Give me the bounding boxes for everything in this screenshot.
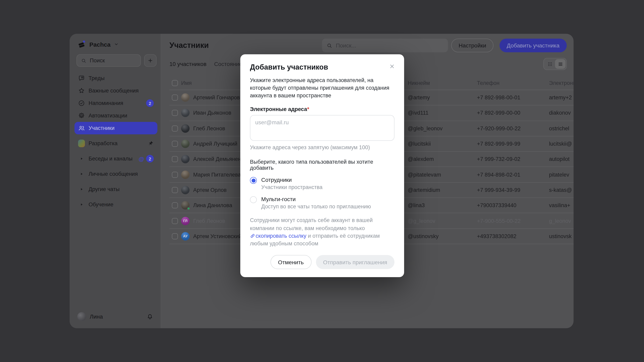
radio-unselected-icon[interactable] <box>250 196 257 203</box>
copy-link[interactable]: скопировать ссылку <box>250 233 306 239</box>
threads-icon <box>78 75 85 82</box>
member-name: Артем Орлов <box>193 187 226 193</box>
member-email: autopilot <box>549 156 574 162</box>
notifications-bell-icon[interactable] <box>146 313 153 320</box>
row-checkbox[interactable] <box>172 125 178 131</box>
sidebar-item-people-4[interactable]: Участники <box>74 122 158 134</box>
radio-selected-icon[interactable] <box>250 177 257 184</box>
grid-view-button[interactable] <box>544 59 555 69</box>
member-email: artemy+2 <box>549 94 574 100</box>
member-name: Алексей Демьяненк <box>193 156 243 162</box>
list-view-button[interactable] <box>555 59 566 69</box>
sidebar-search-input[interactable]: Поиск <box>76 54 141 67</box>
member-email: s-katas@ <box>549 187 574 193</box>
member-phone: +7 892-998-00-01 <box>477 94 549 100</box>
triangle-icon <box>78 155 85 162</box>
member-email: ostrichel <box>549 125 574 131</box>
email-hint: Укажите адреса через запятую (максимум 1… <box>250 145 394 151</box>
sidebar-item-label: Треды <box>88 75 105 81</box>
sidebar-item-triangle-6[interactable]: Беседы и каналы@2 <box>74 152 158 165</box>
copy-link-label: скопировать ссылку <box>256 233 306 239</box>
option-multi-guests[interactable]: Мульти-гости Доступ во все чаты только п… <box>250 196 394 210</box>
sidebar: Pachca Поиск ТредыВажные сообщенияНапоми… <box>70 34 161 328</box>
member-name: Артемий Гончаров <box>193 94 240 100</box>
row-checkbox[interactable] <box>172 218 178 224</box>
sidebar-item-threads-0[interactable]: Треды <box>74 72 158 84</box>
add-member-button[interactable]: Добавить участника <box>500 39 567 52</box>
row-checkbox[interactable] <box>172 187 178 193</box>
online-status-dot <box>187 207 190 210</box>
member-nickname: @ustinovsky <box>408 233 477 239</box>
sidebar-item-check-circle-2[interactable]: Напоминания2 <box>74 97 158 109</box>
option-employees[interactable]: Сотрудники Участники пространства <box>250 177 394 190</box>
link-icon <box>250 233 255 239</box>
sidebar-item-label: Напоминания <box>88 100 123 106</box>
row-checkbox[interactable] <box>172 110 178 116</box>
avatar: ГЛ <box>181 217 190 225</box>
sidebar-item-triangle-8[interactable]: Другие чаты <box>74 183 158 195</box>
avatar <box>181 155 190 163</box>
sidebar-item-workspace-avatar-5[interactable]: Разработка <box>74 137 158 150</box>
footnote-text-before: Сотрудники могут создать себе аккаунт в … <box>250 217 373 231</box>
avatar <box>181 201 190 210</box>
search-icon <box>81 58 86 63</box>
triangle-icon <box>78 186 85 193</box>
member-phone: +7 892-999-99-99 <box>477 141 549 147</box>
member-email: g_leonov <box>549 218 574 224</box>
sidebar-item-label: Важные сообщения <box>88 88 139 94</box>
row-checkbox[interactable] <box>172 233 178 239</box>
member-phone: +7-900-555-00-22 <box>477 218 549 224</box>
email-field-label: Электронные адреса* <box>250 106 394 112</box>
view-toggle <box>544 58 567 70</box>
sidebar-item-label: Разработка <box>88 140 118 146</box>
member-nickname: @gleb_leonov <box>408 125 477 131</box>
member-name: Артем Устиновский <box>193 233 242 239</box>
members-search[interactable] <box>322 39 448 52</box>
row-checkbox[interactable] <box>172 172 178 178</box>
members-search-input[interactable] <box>336 42 444 49</box>
workspace-switcher[interactable]: Pachca <box>70 34 160 49</box>
screen: Pachca Поиск ТредыВажные сообщенияНапоми… <box>0 0 644 362</box>
settings-button[interactable]: Настройки <box>452 39 494 52</box>
row-checkbox[interactable] <box>172 202 178 208</box>
create-new-button[interactable] <box>144 54 156 67</box>
mention-at-icon: @ <box>139 155 144 162</box>
unread-badge: 2 <box>146 155 154 162</box>
modal-footnote: Сотрудники могут создать себе аккаунт в … <box>250 217 394 248</box>
row-checkbox[interactable] <box>172 141 178 147</box>
sidebar-nav: ТредыВажные сообщенияНапоминания2Автомат… <box>74 72 158 211</box>
workspace-name: Pachca <box>89 41 110 48</box>
member-phone: +493738302082 <box>477 233 549 239</box>
sidebar-item-triangle-7[interactable]: Личные сообщения <box>74 168 158 180</box>
send-invitations-button[interactable]: Отправить приглашения <box>316 255 394 269</box>
member-nickname: @alexdem <box>408 156 477 162</box>
page-title: Участники <box>170 41 209 50</box>
member-name: Мария Питателева <box>193 172 241 178</box>
member-nickname: @artemy <box>408 94 477 100</box>
member-phone: +7 999-934-39-99 <box>477 187 549 193</box>
top-bar: Участники Настройки Добавить участника <box>161 34 574 53</box>
people-icon <box>78 125 85 131</box>
option-label: Мульти-гости <box>261 196 371 203</box>
sidebar-item-label: Обучение <box>88 202 113 208</box>
triangle-icon <box>78 201 85 208</box>
triangle-icon <box>78 171 85 177</box>
email-addresses-textarea[interactable] <box>250 115 394 141</box>
sidebar-item-gear-3[interactable]: Автоматизации <box>74 109 158 122</box>
email-label-text: Электронные адреса <box>250 106 307 112</box>
avatar <box>181 140 190 148</box>
avatar: АУ <box>181 232 190 241</box>
user-name: Лина <box>90 313 103 320</box>
member-nickname: @lucitskii <box>408 141 477 147</box>
sidebar-item-triangle-9[interactable]: Обучение <box>74 198 158 211</box>
avatar <box>181 124 190 132</box>
close-icon[interactable] <box>388 62 396 70</box>
row-checkbox[interactable] <box>172 94 178 100</box>
current-user[interactable]: Лина <box>70 309 160 324</box>
cancel-button[interactable]: Отменить <box>270 255 311 269</box>
row-checkbox[interactable] <box>172 156 178 162</box>
sidebar-item-star-1[interactable]: Важные сообщения <box>74 84 158 97</box>
select-all-checkbox[interactable] <box>172 80 178 86</box>
member-email: ustinovsk <box>549 233 574 239</box>
add-members-modal: Добавить участников Укажите электронные … <box>240 54 404 277</box>
